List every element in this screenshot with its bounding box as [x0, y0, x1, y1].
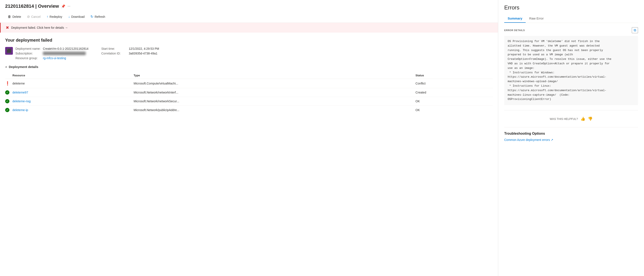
deployment-name-label: Deployment name:	[16, 47, 41, 50]
helpful-label: WAS THIS HELPFUL?	[550, 117, 578, 120]
resource-link[interactable]: deleteme97	[12, 91, 28, 94]
toolbar: 🗑 Delete ⊘ Cancel ↑ Redeploy ↓ Download …	[5, 12, 493, 22]
copy-button[interactable]: ⧉	[632, 27, 638, 33]
row-status-text: Conflict	[416, 79, 493, 88]
deployment-details-toggle[interactable]: ∧ Deployment details	[5, 65, 493, 68]
deployment-meta-section: ⬛ Deployment name: CreateVm-0.0.1-202212…	[5, 47, 493, 65]
row-resource[interactable]: deleteme-ip	[12, 106, 134, 114]
subscription-row: Subscription: ████████████████████	[16, 52, 88, 55]
resource-group-row: Resource group: rg-mfcs-ui-testing	[16, 56, 88, 60]
helpful-row: WAS THIS HELPFUL? 👍 👎	[504, 115, 638, 123]
table-row: ✓deleteme-nsgMicrosoft.Network/networkSe…	[5, 97, 493, 106]
refresh-label: Refresh	[94, 15, 105, 18]
deployment-failed-title: Your deployment failed	[5, 38, 493, 43]
deployment-meta: Deployment name: CreateVm-0.0.1-20221201…	[16, 47, 159, 60]
row-type: Microsoft.Network/networkSecur...	[134, 97, 416, 106]
deployment-icon: ⬛	[5, 47, 13, 55]
thumbs-down-button[interactable]: 👎	[588, 116, 592, 121]
status-text-col-header: Status	[416, 72, 493, 79]
ok-icon: ✓	[5, 90, 10, 94]
error-banner[interactable]: ✖ Deployment failed. Click here for deta…	[0, 23, 498, 32]
start-time-row: Start time: 12/1/2022, 4:29:53 PM	[102, 47, 159, 50]
ok-icon: ✓	[5, 108, 10, 112]
row-status-icon: ❗	[5, 79, 12, 88]
start-time-value: 12/1/2022, 4:29:53 PM	[129, 47, 159, 50]
table-header-row: Resource Type Status	[5, 72, 493, 79]
pin-icon[interactable]: 📌	[61, 4, 66, 8]
page-header: 21201162814 | Overview 📌 ··· 🗑 Delete ⊘ …	[0, 0, 498, 23]
correlation-label: Correlation ID:	[102, 52, 127, 55]
row-type: Microsoft.Network/networkInterf...	[134, 88, 416, 97]
error-banner-icon: ✖	[6, 25, 9, 30]
download-label: Download	[71, 15, 84, 18]
page-title: 21201162814 | Overview	[5, 4, 59, 9]
error-banner-text: Deployment failed. Click here for detail…	[11, 26, 68, 30]
meta-right: Start time: 12/1/2022, 4:29:53 PM Correl…	[102, 47, 159, 60]
row-resource: deleteme	[12, 79, 134, 88]
table-row: ✓deleteme97Microsoft.Network/networkInte…	[5, 88, 493, 97]
redeploy-icon: ↑	[46, 15, 48, 19]
cancel-icon: ⊘	[27, 14, 30, 19]
resource-link[interactable]: deleteme-nsg	[12, 100, 31, 103]
download-button[interactable]: ↓ Download	[66, 14, 87, 20]
correlation-row: Correlation ID: 3a83935d-4738-49a1	[102, 52, 159, 55]
more-options-icon[interactable]: ···	[68, 4, 70, 8]
redeploy-button[interactable]: ↑ Redeploy	[44, 14, 65, 20]
row-status-text: OK	[416, 97, 493, 106]
delete-button[interactable]: 🗑 Delete	[5, 14, 24, 20]
redeploy-label: Redeploy	[50, 15, 62, 18]
thumbs-up-button[interactable]: 👍	[580, 116, 585, 121]
ok-icon: ✓	[5, 99, 10, 103]
common-errors-link[interactable]: Common Azure deployment errors ↗	[504, 138, 638, 142]
errors-title: Errors	[504, 4, 638, 11]
refresh-button[interactable]: ↻ Refresh	[88, 13, 108, 20]
row-status-icon: ✓	[5, 106, 12, 114]
refresh-icon: ↻	[90, 14, 93, 19]
divider-2	[504, 127, 638, 128]
deployment-details-table: Resource Type Status ❗deletemeMicrosoft.…	[5, 72, 493, 114]
table-row: ❗deletemeMicrosoft.Compute/virtualMachi.…	[5, 79, 493, 88]
resource-group-link[interactable]: rg-mfcs-ui-testing	[43, 56, 66, 60]
delete-label: Delete	[12, 15, 21, 18]
row-status-icon: ✓	[5, 97, 12, 106]
row-resource[interactable]: deleteme-nsg	[12, 97, 134, 106]
error-details-section: ERROR DETAILS ⧉ OS Provisioning for VM '…	[504, 27, 638, 105]
subscription-label: Subscription:	[16, 52, 41, 55]
table-row: ✓deleteme-ipMicrosoft.Network/publicIpAd…	[5, 106, 493, 114]
tab-raw-error[interactable]: Raw Error	[526, 14, 547, 23]
download-icon: ↓	[68, 15, 70, 19]
type-col-header: Type	[134, 72, 416, 79]
common-errors-link-text: Common Azure deployment errors ↗	[504, 138, 553, 142]
error-text-box: OS Provisioning for VM 'deleteme' did no…	[504, 36, 638, 105]
row-resource[interactable]: deleteme97	[12, 88, 134, 97]
deployment-name-row: Deployment name: CreateVm-0.0.1-20221201…	[16, 47, 88, 50]
error-details-header: ERROR DETAILS ⧉	[504, 27, 638, 33]
row-status-text: Created	[416, 88, 493, 97]
resource-col-header: Resource	[12, 72, 134, 79]
correlation-value: 3a83935d-4738-49a1	[129, 52, 158, 55]
cancel-label: Cancel	[31, 15, 40, 18]
left-panel: 21201162814 | Overview 📌 ··· 🗑 Delete ⊘ …	[0, 0, 498, 276]
status-col-header	[5, 72, 12, 79]
tab-summary[interactable]: Summary	[504, 14, 526, 23]
resource-link[interactable]: deleteme-ip	[12, 108, 28, 112]
tabs: Summary Raw Error	[504, 14, 638, 23]
row-type: Microsoft.Network/publicIpAddre...	[134, 106, 416, 114]
main-content: Your deployment failed ⬛ Deployment name…	[0, 32, 498, 120]
deployment-details-label: Deployment details	[9, 65, 38, 68]
row-status-text: OK	[416, 106, 493, 114]
subscription-value: ████████████████████	[43, 52, 86, 55]
start-time-label: Start time:	[102, 47, 127, 50]
meta-left: Deployment name: CreateVm-0.0.1-20221201…	[16, 47, 88, 60]
chevron-up-icon: ∧	[5, 66, 7, 68]
resource-group-label: Resource group:	[16, 56, 41, 60]
error-icon: ❗	[5, 81, 10, 86]
row-status-icon: ✓	[5, 88, 12, 97]
row-type: Microsoft.Compute/virtualMachi...	[134, 79, 416, 88]
right-panel: Errors Summary Raw Error ERROR DETAILS ⧉…	[498, 0, 644, 276]
cancel-button[interactable]: ⊘ Cancel	[24, 13, 43, 20]
delete-icon: 🗑	[8, 15, 11, 19]
deployment-name-value: CreateVm-0.0.1-20221201162814	[43, 47, 88, 50]
table-body: ❗deletemeMicrosoft.Compute/virtualMachi.…	[5, 79, 493, 114]
divider	[504, 110, 638, 110]
